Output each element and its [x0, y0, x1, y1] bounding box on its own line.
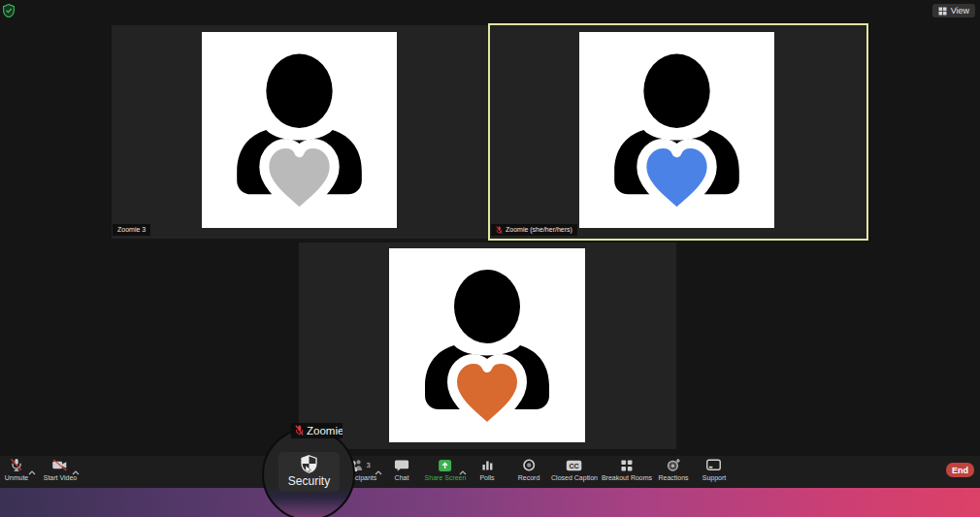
heart-icon [264, 144, 334, 213]
closed-caption-button[interactable]: CC Closed Caption [551, 458, 598, 481]
closed-caption-icon: CC [567, 458, 583, 472]
share-screen-icon [438, 458, 453, 472]
support-icon [706, 458, 722, 472]
mic-muted-icon [295, 425, 304, 436]
security-label: Security [288, 474, 330, 488]
unmute-button[interactable]: Unmute [5, 458, 29, 481]
security-shield-icon [301, 455, 317, 473]
polls-icon [480, 458, 494, 472]
chat-label: Chat [395, 474, 409, 481]
security-button[interactable]: Security [278, 452, 340, 492]
unmute-options-chevron[interactable] [28, 462, 36, 479]
breakout-rooms-icon [620, 458, 634, 472]
record-button[interactable]: Record [518, 458, 540, 481]
share-options-chevron[interactable] [459, 462, 467, 479]
encryption-shield-icon [3, 4, 15, 17]
participants-options-chevron[interactable] [375, 462, 382, 479]
unmute-label: Unmute [5, 474, 29, 481]
view-button[interactable]: View [932, 4, 975, 17]
heart-icon [641, 144, 711, 213]
polls-button[interactable]: Polls [479, 458, 494, 481]
end-meeting-button[interactable]: End [946, 463, 974, 477]
breakout-rooms-button[interactable]: Breakout Rooms [602, 458, 652, 481]
mic-muted-icon [496, 226, 503, 235]
reactions-button[interactable]: Reactions [658, 458, 688, 481]
video-options-chevron[interactable] [72, 462, 80, 479]
breakout-rooms-label: Breakout Rooms [602, 474, 652, 481]
closed-caption-label: Closed Caption [551, 474, 598, 481]
avatar [389, 248, 585, 442]
participant-name-label: Zoomie (she/her/hers) [491, 224, 577, 236]
video-tile-zoomie-active[interactable]: Zoomie (she/her/hers) [488, 23, 868, 241]
heart-icon [452, 359, 522, 429]
support-label: Support [702, 474, 727, 481]
video-tile-zoomie3[interactable]: Zoomie 3 [112, 25, 488, 239]
camera-off-icon [51, 458, 69, 472]
support-button[interactable]: Support [702, 458, 727, 481]
avatar [579, 32, 774, 228]
reactions-icon [666, 458, 680, 472]
magnified-name-label: Zoomie [291, 423, 343, 438]
participant-name-label: Zoomie 3 [113, 224, 150, 236]
record-icon [521, 458, 536, 472]
chat-button[interactable]: Chat [395, 458, 409, 481]
desktop-gradient [0, 488, 980, 517]
chat-icon [395, 458, 409, 472]
participants-count: 3 [366, 461, 370, 469]
record-label: Record [518, 474, 540, 481]
end-label: End [952, 466, 968, 475]
avatar [202, 32, 397, 228]
reactions-label: Reactions [658, 474, 688, 481]
video-tile-zoomie-bottom[interactable] [299, 242, 676, 449]
meeting-toolbar: Unmute Start Video 3 Participants [0, 456, 980, 488]
mic-muted-icon [9, 458, 24, 472]
polls-label: Polls [479, 474, 494, 481]
view-button-label: View [951, 6, 969, 16]
svg-text:CC: CC [570, 462, 579, 469]
grid-view-icon [938, 7, 947, 16]
